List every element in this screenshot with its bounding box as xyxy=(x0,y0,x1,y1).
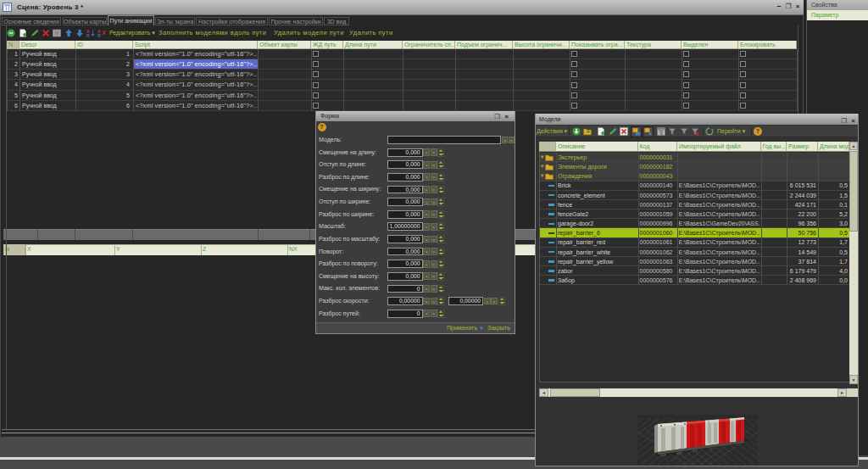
svg-text:Я: Я xyxy=(97,33,101,37)
svg-text:Я: Я xyxy=(86,33,90,37)
